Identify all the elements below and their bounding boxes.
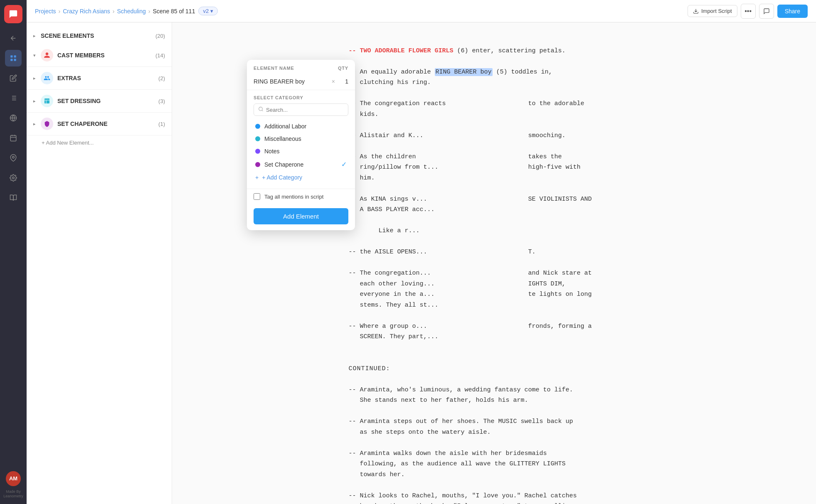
add-category-button[interactable]: + + Add Category (254, 171, 348, 184)
share-button[interactable]: Share (777, 5, 808, 18)
breadcrumb: Projects › Crazy Rich Asians › Schedulin… (35, 8, 195, 15)
import-script-button[interactable]: Import Script (688, 5, 737, 17)
tag-all-checkbox[interactable] (254, 193, 260, 200)
set-chaperone-icon (41, 118, 53, 130)
edit-icon[interactable] (5, 70, 22, 86)
user-avatar[interactable]: AM (6, 471, 21, 486)
extras-icon (41, 72, 53, 84)
set-dressing-chevron: ▸ (33, 98, 36, 104)
calendar-icon[interactable] (5, 130, 22, 146)
svg-rect-0 (10, 55, 12, 57)
version-badge[interactable]: v2 ▾ (198, 7, 218, 15)
popup-element-section: ELEMENT NAME QTY RING BEARER boy × 1 (247, 60, 355, 90)
svg-rect-12 (10, 135, 16, 141)
svg-point-16 (12, 156, 15, 158)
svg-rect-19 (44, 98, 49, 103)
additional-labor-dot (255, 124, 260, 129)
extras-section: ▸ EXTRAS (2) (27, 67, 172, 90)
app-logo[interactable] (4, 5, 22, 23)
popup-card: ELEMENT NAME QTY RING BEARER boy × 1 SEL… (247, 60, 355, 230)
qty-label: QTY (338, 66, 348, 71)
back-icon[interactable] (5, 30, 22, 47)
location-icon[interactable] (5, 150, 22, 166)
remove-element-button[interactable]: × (330, 77, 337, 86)
svg-rect-1 (14, 55, 16, 57)
svg-point-22 (259, 107, 263, 111)
chat-button[interactable] (759, 4, 774, 19)
scene-label: Scene 85 of 111 (153, 8, 195, 15)
cast-members-header[interactable]: ▾ CAST MEMBERS (14) (27, 44, 172, 66)
svg-rect-3 (14, 59, 16, 61)
book-icon[interactable] (5, 189, 22, 206)
tag-all-row: Tag all mentions in script (247, 189, 355, 204)
element-qty-value: 1 (340, 78, 348, 85)
settings-icon[interactable] (5, 170, 22, 186)
category-set-chaperone[interactable]: Set Chaperone ✓ (254, 157, 348, 171)
category-additional-labor[interactable]: Additional Labor (254, 120, 348, 133)
search-input[interactable] (266, 107, 344, 113)
search-icon (258, 106, 264, 113)
extras-chevron: ▸ (33, 76, 36, 81)
project-link[interactable]: Crazy Rich Asians (63, 8, 110, 15)
add-new-element-button[interactable]: + Add New Element... (27, 135, 172, 150)
set-chaperone-dot (255, 162, 260, 167)
set-dressing-icon (41, 95, 53, 107)
miscellaneous-dot (255, 136, 260, 141)
set-chaperone-section: ▸ SET CHAPERONE (1) (27, 113, 172, 135)
svg-point-17 (12, 177, 15, 179)
extras-header[interactable]: ▸ EXTRAS (2) (27, 67, 172, 89)
main-layout: Projects › Crazy Rich Asians › Schedulin… (27, 0, 816, 504)
svg-rect-2 (10, 59, 12, 61)
add-element-button[interactable]: Add Element (254, 208, 348, 224)
set-chaperone-check: ✓ (341, 160, 347, 168)
grid-icon[interactable] (5, 50, 22, 66)
select-category-label: SELECT CATEGORY (254, 95, 348, 100)
element-popup: ELEMENT NAME QTY RING BEARER boy × 1 SEL… (247, 60, 355, 230)
element-row: RING BEARER boy × 1 (254, 77, 348, 86)
topbar: Projects › Crazy Rich Asians › Schedulin… (27, 0, 816, 22)
cast-members-icon (41, 49, 53, 61)
ring-bearer-highlight[interactable]: RING BEARER boy (435, 68, 493, 76)
scene-elements-header[interactable]: ▸ SCENE ELEMENTS (20) (27, 27, 172, 44)
set-chaperone-header[interactable]: ▸ SET CHAPERONE (1) (27, 113, 172, 135)
scene-elements-chevron: ▸ (33, 33, 36, 39)
breadcrumb-sep2: › (113, 8, 115, 15)
script-content: -- TWO ADORABLE FLOWER GIRLS (6) enter, … (349, 35, 640, 504)
category-search[interactable] (254, 103, 348, 116)
cast-chevron: ▾ (33, 53, 36, 58)
notes-dot (255, 149, 260, 154)
sidebar: ▸ SCENE ELEMENTS (20) ▾ CAST MEMBERS (14… (27, 22, 172, 504)
set-dressing-header[interactable]: ▸ SET DRESSING (3) (27, 90, 172, 112)
breadcrumb-sep3: › (148, 8, 150, 15)
more-options-button[interactable]: ••• (741, 4, 756, 19)
breadcrumb-sep1: › (59, 8, 61, 15)
script-area[interactable]: -- TWO ADORABLE FLOWER GIRLS (6) enter, … (172, 22, 816, 504)
icon-bar: AM Made ByLeanometry (0, 0, 27, 504)
made-by-label: Made ByLeanometry (3, 489, 23, 499)
list-icon[interactable] (5, 90, 22, 106)
element-name-label: ELEMENT NAME (254, 66, 294, 71)
category-notes[interactable]: Notes (254, 145, 348, 157)
popup-category-section: SELECT CATEGORY Additional Labor (247, 90, 355, 189)
projects-link[interactable]: Projects (35, 8, 56, 15)
category-miscellaneous[interactable]: Miscellaneous (254, 133, 348, 145)
content-area: ▸ SCENE ELEMENTS (20) ▾ CAST MEMBERS (14… (27, 22, 816, 504)
set-dressing-section: ▸ SET DRESSING (3) (27, 90, 172, 113)
scheduling-link[interactable]: Scheduling (117, 8, 146, 15)
cast-members-section: ▾ CAST MEMBERS (14) (27, 44, 172, 67)
tag-all-label[interactable]: Tag all mentions in script (264, 194, 323, 200)
element-name-value: RING BEARER boy (254, 78, 327, 85)
globe-icon[interactable] (5, 110, 22, 126)
set-chaperone-chevron: ▸ (33, 121, 36, 127)
